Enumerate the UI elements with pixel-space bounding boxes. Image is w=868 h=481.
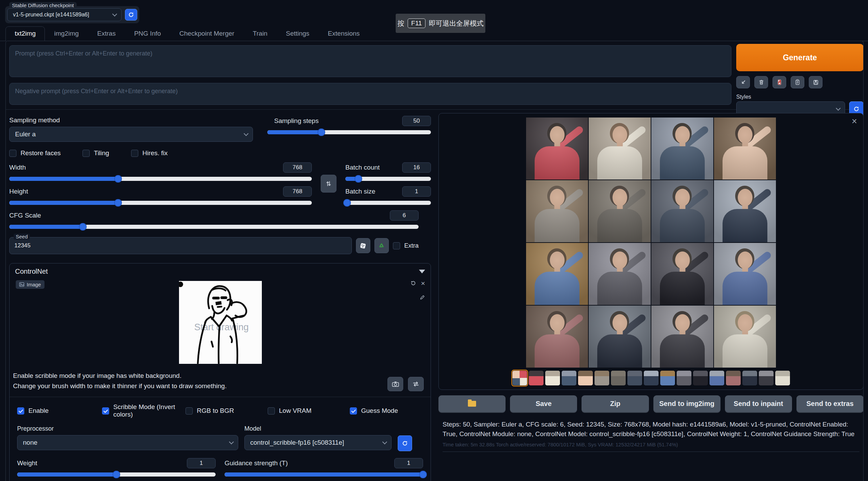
gallery-image[interactable] [589, 118, 651, 180]
sampling-steps-value[interactable]: 50 [402, 116, 431, 126]
gallery-thumbnail[interactable] [726, 371, 741, 385]
seed-input[interactable]: Seed 12345 [9, 237, 352, 254]
prompt-input[interactable]: Prompt (press Ctrl+Enter or Alt+Enter to… [9, 45, 731, 77]
guess-mode-checkbox[interactable]: Guess Mode [350, 403, 427, 418]
tab-settings[interactable]: Settings [277, 26, 319, 41]
scribble-mode-checkbox[interactable]: Scribble Mode (Invert colors) [102, 403, 186, 418]
weight-slider[interactable] [17, 472, 216, 477]
gallery-thumbnail[interactable] [742, 371, 757, 385]
gallery-thumbnail[interactable] [529, 371, 544, 385]
close-gallery-button[interactable]: × [852, 116, 857, 127]
checkpoint-dropdown[interactable]: v1-5-pruned.ckpt [e1441589a6] [7, 8, 122, 21]
gallery-image[interactable] [589, 306, 651, 368]
gallery-image[interactable] [651, 243, 713, 305]
tiling-checkbox[interactable]: Tiling [82, 149, 109, 157]
tab-train[interactable]: Train [244, 26, 277, 41]
hires-fix-checkbox[interactable]: Hires. fix [131, 149, 168, 157]
swap-width-height-button[interactable] [321, 175, 336, 193]
cfg-scale-slider[interactable] [9, 225, 419, 229]
gallery-image[interactable] [526, 180, 588, 242]
gallery-thumbnail[interactable] [611, 371, 626, 385]
tab-txt2img[interactable]: txt2img [5, 26, 45, 41]
batch-size-slider[interactable] [345, 201, 431, 205]
gallery-image[interactable] [651, 180, 713, 242]
sampling-steps-slider[interactable] [267, 130, 431, 134]
send-to-extras-button[interactable]: Send to extras [796, 395, 864, 412]
clear-prompt-button[interactable] [754, 76, 768, 88]
gallery-thumbnail[interactable] [545, 371, 560, 385]
gallery-thumbnail[interactable] [627, 371, 642, 385]
zip-button[interactable]: Zip [582, 395, 649, 412]
weight-value[interactable]: 1 [187, 458, 216, 468]
tab-extensions[interactable]: Extensions [319, 26, 369, 41]
gallery-image[interactable] [526, 243, 588, 305]
model-dropdown[interactable]: control_scribble-fp16 [c508311e] [244, 435, 392, 450]
gallery-image[interactable] [651, 118, 713, 180]
generate-button[interactable]: Generate [736, 44, 864, 71]
reuse-seed-button[interactable] [374, 238, 389, 253]
gallery-thumbnail[interactable] [710, 371, 724, 385]
negative-prompt-input[interactable]: Negative prompt (press Ctrl+Enter or Alt… [9, 83, 731, 105]
collapse-arrow-icon[interactable] [419, 270, 425, 273]
guidance-strength-slider[interactable] [225, 472, 423, 477]
tab-checkpoint-merger[interactable]: Checkpoint Merger [170, 26, 244, 41]
low-vram-checkbox[interactable]: Low VRAM [268, 403, 350, 418]
batch-count-slider[interactable] [345, 177, 431, 181]
gallery-image[interactable] [589, 243, 651, 305]
random-seed-button[interactable] [356, 238, 370, 253]
tab-img2img[interactable]: img2img [45, 26, 88, 41]
batch-count-value[interactable]: 16 [402, 162, 431, 173]
undo-button[interactable] [410, 280, 416, 286]
height-value[interactable]: 768 [283, 186, 312, 197]
gallery-thumbnail[interactable] [759, 371, 774, 385]
gallery-image[interactable] [526, 306, 588, 368]
brush-button[interactable] [420, 295, 425, 300]
gallery-image[interactable] [714, 180, 776, 242]
save-button[interactable]: Save [510, 395, 577, 412]
send-to-img2img-button[interactable]: Send to img2img [653, 395, 720, 412]
batch-size-value[interactable]: 1 [402, 186, 431, 197]
tab-extras[interactable]: Extras [88, 26, 125, 41]
gallery-thumbnail[interactable] [775, 371, 790, 385]
paste-params-button[interactable] [736, 76, 750, 88]
gallery-thumbnail[interactable] [677, 371, 691, 385]
send-to-inpaint-button[interactable]: Send to inpaint [725, 395, 792, 412]
gallery-thumbnail[interactable] [578, 371, 593, 385]
gallery-thumbnail[interactable] [693, 371, 708, 385]
cfg-scale-value[interactable]: 6 [390, 210, 419, 221]
gallery-image[interactable] [651, 306, 713, 368]
refresh-models-button[interactable] [398, 435, 412, 451]
width-value[interactable]: 768 [283, 162, 312, 173]
preprocessor-dropdown[interactable]: none [17, 435, 238, 450]
gallery-image[interactable] [714, 118, 776, 180]
gallery-thumbnail[interactable] [644, 371, 659, 385]
extra-networks-button[interactable] [773, 76, 786, 88]
sampling-method-dropdown[interactable]: Euler a [9, 127, 253, 142]
scribble-canvas[interactable]: Start drawing [179, 281, 262, 364]
gallery-image[interactable] [714, 306, 776, 368]
gallery-thumbnail[interactable] [562, 371, 576, 385]
rgb-to-bgr-checkbox[interactable]: RGB to BGR [186, 403, 268, 418]
save-style-button[interactable] [809, 76, 822, 88]
gallery-thumbnail[interactable] [595, 371, 609, 385]
restore-faces-checkbox[interactable]: Restore faces [9, 149, 61, 157]
image-tab[interactable]: Image [16, 280, 44, 289]
height-slider[interactable] [9, 201, 312, 205]
mirror-webcam-button[interactable] [408, 377, 424, 391]
controlnet-enable-checkbox[interactable]: Enable [17, 403, 102, 418]
remove-image-button[interactable]: × [421, 280, 425, 286]
webcam-button[interactable] [387, 377, 403, 391]
controlnet-image-dropzone[interactable]: Image × [13, 278, 427, 368]
apply-style-button[interactable] [791, 76, 804, 88]
tab-png-info[interactable]: PNG Info [125, 26, 170, 41]
open-folder-button[interactable] [438, 395, 506, 412]
guidance-strength-value[interactable]: 1 [394, 458, 423, 468]
width-slider[interactable] [9, 177, 312, 181]
gallery-image[interactable] [589, 180, 651, 242]
refresh-checkpoint-button[interactable] [125, 9, 137, 21]
gallery-image[interactable] [526, 118, 588, 180]
gallery-image[interactable] [714, 243, 776, 305]
gallery-thumbnail[interactable] [660, 371, 675, 385]
extra-seed-checkbox[interactable]: Extra [393, 242, 419, 249]
gallery-thumbnail-grid[interactable] [512, 371, 527, 385]
